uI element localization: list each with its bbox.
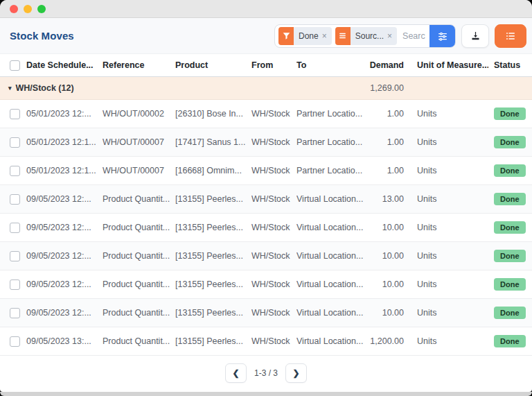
- column-header-status[interactable]: Status: [488, 60, 532, 70]
- cell-reference: Product Quantit...: [103, 279, 175, 289]
- cell-product: [16668] Omnim...: [175, 166, 251, 175]
- group-label[interactable]: ▾ WH/Stock (12): [0, 83, 366, 93]
- table-row[interactable]: 09/05/2023 12:... Product Quantit... [13…: [0, 214, 532, 242]
- cell-to: Virtual Location...: [296, 251, 366, 261]
- cell-reference: Product Quantit...: [103, 223, 175, 232]
- facet-label: Done: [294, 31, 322, 41]
- column-header-reference[interactable]: Reference: [103, 60, 175, 70]
- select-all-checkbox[interactable]: [10, 60, 20, 71]
- column-header-from[interactable]: From: [251, 60, 296, 70]
- download-button[interactable]: [461, 24, 489, 48]
- search-options-button[interactable]: [429, 24, 456, 48]
- table-row[interactable]: 05/01/2023 12:1... WH/OUT/00007 [17417] …: [0, 128, 532, 157]
- cell-from: WH/Stock: [251, 137, 296, 147]
- download-icon: [470, 31, 481, 41]
- search-facet-filter: Done ×: [278, 27, 332, 45]
- cell-uom: Units: [409, 194, 488, 204]
- search-input[interactable]: [397, 31, 429, 41]
- cell-demand: 10.00: [366, 279, 409, 289]
- maximize-button[interactable]: [37, 5, 46, 13]
- list-view-button[interactable]: [495, 24, 526, 48]
- status-badge: Done: [494, 193, 526, 205]
- table-row[interactable]: 09/05/2023 12:... Product Quantit... [13…: [0, 299, 532, 327]
- cell-date: 09/05/2023 13:...: [26, 336, 103, 346]
- cell-from: WH/Stock: [251, 223, 296, 232]
- cell-product: [13155] Peerles...: [175, 223, 251, 232]
- search-bar[interactable]: Done × Sourc... ×: [274, 24, 456, 48]
- cell-to: Partner Locatio...: [296, 137, 366, 147]
- cell-uom: Units: [409, 336, 488, 346]
- row-checkbox[interactable]: [10, 336, 20, 347]
- row-checkbox[interactable]: [10, 109, 20, 119]
- column-header-product[interactable]: Product: [175, 60, 251, 70]
- pager-next-button[interactable]: ❯: [285, 363, 307, 383]
- cell-uom: Units: [409, 137, 488, 147]
- cell-reference: WH/OUT/00007: [103, 166, 175, 175]
- cell-date: 05/01/2023 12:...: [26, 109, 103, 119]
- minimize-button[interactable]: [24, 5, 32, 13]
- cell-to: Partner Locatio...: [296, 109, 366, 119]
- facet-remove-button[interactable]: ×: [387, 31, 397, 41]
- traffic-lights: [10, 5, 46, 13]
- cell-date: 09/05/2023 12:...: [26, 251, 103, 261]
- table-row[interactable]: 09/05/2023 12:... Product Quantit... [13…: [0, 270, 532, 299]
- status-badge: Done: [494, 307, 526, 319]
- group-row[interactable]: ▾ WH/Stock (12) 1,269.00: [0, 77, 532, 100]
- chevron-right-icon: ❯: [292, 368, 299, 378]
- row-select-cell: [0, 109, 26, 119]
- table-row[interactable]: 09/05/2023 13:... Product Quantit... [13…: [0, 327, 532, 356]
- cell-reference: Product Quantit...: [103, 336, 175, 346]
- window-titlebar: [0, 0, 532, 18]
- column-header-demand[interactable]: Demand: [366, 60, 409, 70]
- column-header-to[interactable]: To: [296, 60, 366, 70]
- cell-date: 09/05/2023 12:...: [26, 223, 103, 232]
- close-button[interactable]: [10, 5, 18, 13]
- row-checkbox[interactable]: [10, 194, 20, 205]
- row-checkbox[interactable]: [10, 308, 20, 318]
- table-row[interactable]: 05/01/2023 12:... WH/OUT/00002 [26310] B…: [0, 100, 532, 128]
- cell-demand: 10.00: [366, 223, 409, 232]
- row-select-cell: [0, 251, 26, 261]
- column-header-uom[interactable]: Unit of Measure...: [409, 60, 488, 70]
- row-checkbox[interactable]: [10, 166, 20, 176]
- row-checkbox[interactable]: [10, 223, 20, 233]
- row-checkbox[interactable]: [10, 251, 20, 261]
- cell-product: [13155] Peerles...: [175, 251, 251, 261]
- cell-to: Virtual Location...: [296, 223, 366, 232]
- cell-demand: 1.00: [366, 166, 409, 175]
- page-title: Stock Moves: [10, 30, 74, 42]
- row-checkbox[interactable]: [10, 137, 20, 148]
- table-row[interactable]: 09/05/2023 12:... Product Quantit... [13…: [0, 242, 532, 270]
- column-header-date[interactable]: Date Schedule...: [26, 60, 103, 70]
- cell-uom: Units: [409, 251, 488, 261]
- row-select-cell: [0, 279, 26, 290]
- row-checkbox[interactable]: [10, 279, 20, 290]
- cell-to: Partner Locatio...: [296, 166, 366, 175]
- row-select-cell: [0, 336, 26, 347]
- pager-previous-button[interactable]: ❮: [225, 363, 247, 383]
- status-badge: Done: [494, 278, 526, 291]
- select-all-cell: [0, 60, 26, 71]
- cell-uom: Units: [409, 279, 488, 289]
- facet-remove-button[interactable]: ×: [322, 31, 332, 41]
- search-facet-groupby: Sourc... ×: [335, 27, 397, 45]
- cell-reference: Product Quantit...: [103, 194, 175, 204]
- table-row[interactable]: 09/05/2023 12:... Product Quantit... [13…: [0, 185, 532, 214]
- cell-status: Done: [488, 193, 532, 205]
- table-row[interactable]: 05/01/2023 12:1... WH/OUT/00007 [16668] …: [0, 157, 532, 185]
- pagination: ❮ 1-3 / 3 ❯: [0, 357, 532, 389]
- row-select-cell: [0, 308, 26, 318]
- status-badge: Done: [494, 221, 526, 234]
- status-badge: Done: [494, 250, 526, 262]
- cell-date: 09/05/2023 12:...: [26, 194, 103, 204]
- status-badge: Done: [494, 164, 526, 177]
- cell-from: WH/Stock: [251, 279, 296, 289]
- cell-demand: 1,200.00: [366, 336, 409, 346]
- cell-reference: WH/OUT/00002: [103, 109, 175, 119]
- cell-from: WH/Stock: [251, 251, 296, 261]
- cell-status: Done: [488, 250, 532, 262]
- facet-label: Sourc...: [351, 31, 387, 41]
- cell-product: [13155] Peerles...: [175, 308, 251, 318]
- row-select-cell: [0, 137, 26, 148]
- cell-reference: Product Quantit...: [103, 308, 175, 318]
